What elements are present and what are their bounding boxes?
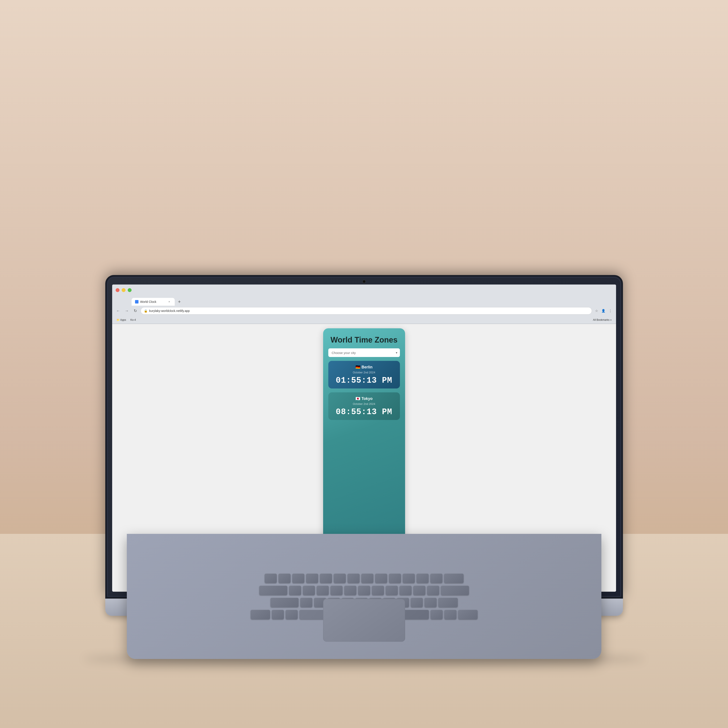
window-controls xyxy=(116,288,132,292)
key xyxy=(286,610,298,619)
key xyxy=(425,598,437,607)
scene: World Clock × + ← → ↻ 🔒 kurylaky-worldcl… xyxy=(0,0,728,728)
menu-icon[interactable]: ⋮ xyxy=(607,308,613,314)
maximize-button[interactable] xyxy=(128,288,132,292)
bookmark-ko4-label: Ko-4 xyxy=(130,318,136,321)
city-card-berlin: 🇩🇪 Berlin October 2nd 2024 01:55:13 PM xyxy=(328,361,400,388)
tab-close-button[interactable]: × xyxy=(167,300,171,304)
tokyo-flag: 🇯🇵 xyxy=(355,396,360,401)
key xyxy=(330,586,343,595)
keyboard-row-2 xyxy=(259,586,469,595)
bookmark-apps-label: 📁 Apps xyxy=(116,318,126,321)
browser-chrome: World Clock × + ← → ↻ 🔒 kurylaky-worldcl… xyxy=(112,284,616,324)
refresh-button[interactable]: ↻ xyxy=(132,307,139,314)
back-button[interactable]: ← xyxy=(115,307,122,314)
key xyxy=(306,574,318,583)
key xyxy=(361,574,373,583)
tab-bar: World Clock × + xyxy=(112,296,616,306)
key xyxy=(303,586,315,595)
city-select[interactable]: Choose your city Berlin Tokyo New York L… xyxy=(328,348,400,357)
key xyxy=(344,586,356,595)
bookmark-all-label: All Bookmarks » xyxy=(593,318,612,321)
key xyxy=(444,574,463,583)
key xyxy=(251,610,270,619)
keyboard xyxy=(127,534,601,659)
key xyxy=(300,598,312,607)
bookmark-apps[interactable]: 📁 Apps xyxy=(115,318,128,322)
key xyxy=(358,586,370,595)
tokyo-time: 08:55:13 PM xyxy=(333,407,396,416)
address-bar-row: ← → ↻ 🔒 kurylaky-worldclock.netlify.app … xyxy=(112,306,616,316)
key xyxy=(441,586,469,595)
key xyxy=(411,598,423,607)
key xyxy=(265,574,277,583)
tokyo-city-name: 🇯🇵 Tokyo xyxy=(333,396,396,401)
key xyxy=(278,574,291,583)
key xyxy=(438,598,458,607)
bookmark-all[interactable]: All Bookmarks » xyxy=(591,318,613,322)
key xyxy=(399,586,411,595)
key xyxy=(372,586,384,595)
key xyxy=(413,586,425,595)
berlin-city-name: 🇩🇪 Berlin xyxy=(333,365,396,370)
secure-icon: 🔒 xyxy=(144,309,148,312)
key xyxy=(334,574,346,583)
active-tab[interactable]: World Clock × xyxy=(132,298,175,306)
camera xyxy=(362,280,366,283)
forward-button[interactable]: → xyxy=(123,307,130,314)
bookmarks-bar: 📁 Apps Ko-4 All Bookmarks » xyxy=(112,316,616,324)
key xyxy=(403,574,415,583)
new-tab-button[interactable]: + xyxy=(176,298,184,306)
city-select-wrapper: Choose your city Berlin Tokyo New York L… xyxy=(328,348,400,357)
title-bar xyxy=(112,284,616,296)
toolbar-icons: ☆ 👤 ⋮ xyxy=(593,308,613,314)
key xyxy=(431,610,443,619)
key xyxy=(347,574,359,583)
berlin-flag: 🇩🇪 xyxy=(355,365,360,370)
key xyxy=(259,586,287,595)
city-card-tokyo: 🇯🇵 Tokyo October 2nd 2024 08:55:13 PM xyxy=(328,392,400,420)
key xyxy=(430,574,442,583)
key xyxy=(386,586,398,595)
tab-title: World Clock xyxy=(140,300,166,303)
key xyxy=(416,574,428,583)
trackpad[interactable] xyxy=(323,599,405,642)
url-text: kurylaky-worldclock.netlify.app xyxy=(149,309,190,312)
close-button[interactable] xyxy=(116,288,119,292)
berlin-time: 01:55:13 PM xyxy=(333,376,396,385)
page-title: World Time Zones xyxy=(328,335,400,344)
berlin-name-text: Berlin xyxy=(361,365,373,370)
key xyxy=(458,610,477,619)
key xyxy=(289,586,301,595)
address-bar[interactable]: 🔒 kurylaky-worldclock.netlify.app xyxy=(141,307,592,315)
key xyxy=(375,574,387,583)
key xyxy=(389,574,401,583)
key xyxy=(427,586,439,595)
keyboard-row-1 xyxy=(265,574,463,583)
tokyo-date: October 2nd 2024 xyxy=(333,402,396,405)
tab-favicon xyxy=(135,300,139,303)
key xyxy=(444,610,456,619)
star-icon[interactable]: ☆ xyxy=(593,308,600,314)
minimize-button[interactable] xyxy=(122,288,125,292)
tokyo-name-text: Tokyo xyxy=(361,396,373,401)
key xyxy=(272,610,284,619)
berlin-date: October 2nd 2024 xyxy=(333,371,396,374)
profile-icon[interactable]: 👤 xyxy=(601,308,607,314)
key xyxy=(317,586,329,595)
bookmark-ko4[interactable]: Ko-4 xyxy=(129,318,138,322)
key xyxy=(320,574,332,583)
key xyxy=(271,598,298,607)
key xyxy=(292,574,304,583)
